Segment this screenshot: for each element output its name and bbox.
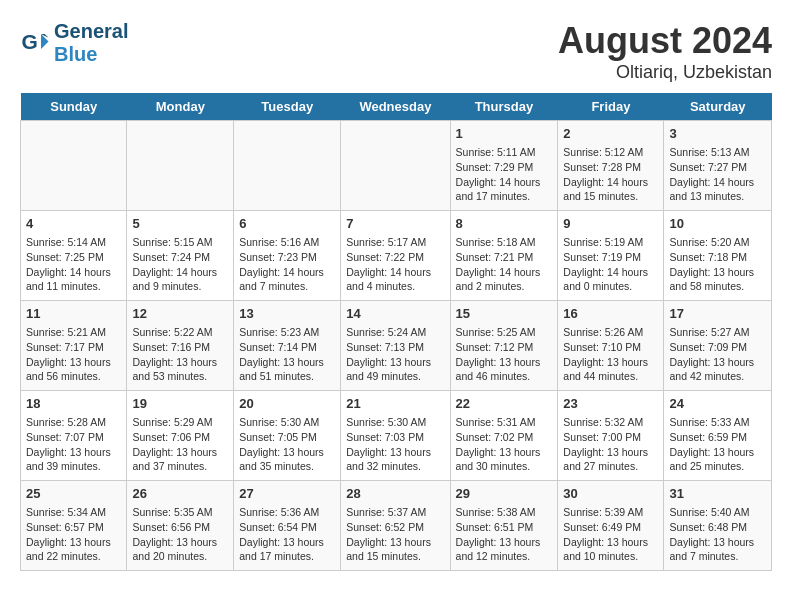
day-content: Sunrise: 5:14 AM Sunset: 7:25 PM Dayligh… xyxy=(26,235,121,294)
day-number: 17 xyxy=(669,305,766,323)
day-content: Sunrise: 5:11 AM Sunset: 7:29 PM Dayligh… xyxy=(456,145,553,204)
weekday-header: Wednesday xyxy=(341,93,450,121)
day-number: 31 xyxy=(669,485,766,503)
day-number: 30 xyxy=(563,485,658,503)
day-content: Sunrise: 5:26 AM Sunset: 7:10 PM Dayligh… xyxy=(563,325,658,384)
calendar-cell xyxy=(21,121,127,211)
calendar-cell: 15Sunrise: 5:25 AM Sunset: 7:12 PM Dayli… xyxy=(450,301,558,391)
calendar-cell: 4Sunrise: 5:14 AM Sunset: 7:25 PM Daylig… xyxy=(21,211,127,301)
day-content: Sunrise: 5:22 AM Sunset: 7:16 PM Dayligh… xyxy=(132,325,228,384)
calendar-cell: 2Sunrise: 5:12 AM Sunset: 7:28 PM Daylig… xyxy=(558,121,664,211)
day-number: 10 xyxy=(669,215,766,233)
calendar-cell: 27Sunrise: 5:36 AM Sunset: 6:54 PM Dayli… xyxy=(234,481,341,571)
calendar-cell: 7Sunrise: 5:17 AM Sunset: 7:22 PM Daylig… xyxy=(341,211,450,301)
weekday-header: Friday xyxy=(558,93,664,121)
day-content: Sunrise: 5:37 AM Sunset: 6:52 PM Dayligh… xyxy=(346,505,444,564)
day-content: Sunrise: 5:31 AM Sunset: 7:02 PM Dayligh… xyxy=(456,415,553,474)
page-header: G General Blue August 2024 Oltiariq, Uzb… xyxy=(20,20,772,83)
weekday-header: Thursday xyxy=(450,93,558,121)
calendar-cell: 13Sunrise: 5:23 AM Sunset: 7:14 PM Dayli… xyxy=(234,301,341,391)
day-content: Sunrise: 5:28 AM Sunset: 7:07 PM Dayligh… xyxy=(26,415,121,474)
day-number: 6 xyxy=(239,215,335,233)
calendar-cell: 8Sunrise: 5:18 AM Sunset: 7:21 PM Daylig… xyxy=(450,211,558,301)
day-content: Sunrise: 5:29 AM Sunset: 7:06 PM Dayligh… xyxy=(132,415,228,474)
day-number: 21 xyxy=(346,395,444,413)
logo-text-line1: General xyxy=(54,20,128,43)
main-title: August 2024 xyxy=(558,20,772,62)
calendar-cell xyxy=(234,121,341,211)
day-content: Sunrise: 5:18 AM Sunset: 7:21 PM Dayligh… xyxy=(456,235,553,294)
day-number: 7 xyxy=(346,215,444,233)
day-number: 14 xyxy=(346,305,444,323)
day-number: 25 xyxy=(26,485,121,503)
calendar-cell: 25Sunrise: 5:34 AM Sunset: 6:57 PM Dayli… xyxy=(21,481,127,571)
day-content: Sunrise: 5:39 AM Sunset: 6:49 PM Dayligh… xyxy=(563,505,658,564)
calendar-cell: 28Sunrise: 5:37 AM Sunset: 6:52 PM Dayli… xyxy=(341,481,450,571)
day-number: 13 xyxy=(239,305,335,323)
calendar-cell: 21Sunrise: 5:30 AM Sunset: 7:03 PM Dayli… xyxy=(341,391,450,481)
svg-text:G: G xyxy=(22,30,38,53)
calendar-cell: 12Sunrise: 5:22 AM Sunset: 7:16 PM Dayli… xyxy=(127,301,234,391)
calendar-cell: 17Sunrise: 5:27 AM Sunset: 7:09 PM Dayli… xyxy=(664,301,772,391)
calendar-cell: 22Sunrise: 5:31 AM Sunset: 7:02 PM Dayli… xyxy=(450,391,558,481)
calendar-cell: 18Sunrise: 5:28 AM Sunset: 7:07 PM Dayli… xyxy=(21,391,127,481)
calendar-cell: 11Sunrise: 5:21 AM Sunset: 7:17 PM Dayli… xyxy=(21,301,127,391)
day-number: 20 xyxy=(239,395,335,413)
day-number: 9 xyxy=(563,215,658,233)
day-number: 4 xyxy=(26,215,121,233)
day-content: Sunrise: 5:38 AM Sunset: 6:51 PM Dayligh… xyxy=(456,505,553,564)
day-number: 8 xyxy=(456,215,553,233)
day-number: 29 xyxy=(456,485,553,503)
logo: G General Blue xyxy=(20,20,128,66)
day-number: 5 xyxy=(132,215,228,233)
calendar-cell: 14Sunrise: 5:24 AM Sunset: 7:13 PM Dayli… xyxy=(341,301,450,391)
day-content: Sunrise: 5:25 AM Sunset: 7:12 PM Dayligh… xyxy=(456,325,553,384)
day-number: 15 xyxy=(456,305,553,323)
weekday-header: Sunday xyxy=(21,93,127,121)
day-content: Sunrise: 5:33 AM Sunset: 6:59 PM Dayligh… xyxy=(669,415,766,474)
day-number: 3 xyxy=(669,125,766,143)
day-number: 12 xyxy=(132,305,228,323)
day-number: 27 xyxy=(239,485,335,503)
calendar-cell: 1Sunrise: 5:11 AM Sunset: 7:29 PM Daylig… xyxy=(450,121,558,211)
day-number: 19 xyxy=(132,395,228,413)
calendar-cell: 6Sunrise: 5:16 AM Sunset: 7:23 PM Daylig… xyxy=(234,211,341,301)
day-content: Sunrise: 5:21 AM Sunset: 7:17 PM Dayligh… xyxy=(26,325,121,384)
day-number: 16 xyxy=(563,305,658,323)
day-content: Sunrise: 5:20 AM Sunset: 7:18 PM Dayligh… xyxy=(669,235,766,294)
calendar-cell: 31Sunrise: 5:40 AM Sunset: 6:48 PM Dayli… xyxy=(664,481,772,571)
day-content: Sunrise: 5:30 AM Sunset: 7:03 PM Dayligh… xyxy=(346,415,444,474)
calendar-cell: 9Sunrise: 5:19 AM Sunset: 7:19 PM Daylig… xyxy=(558,211,664,301)
day-content: Sunrise: 5:13 AM Sunset: 7:27 PM Dayligh… xyxy=(669,145,766,204)
day-content: Sunrise: 5:12 AM Sunset: 7:28 PM Dayligh… xyxy=(563,145,658,204)
day-number: 28 xyxy=(346,485,444,503)
day-number: 2 xyxy=(563,125,658,143)
calendar-cell: 30Sunrise: 5:39 AM Sunset: 6:49 PM Dayli… xyxy=(558,481,664,571)
day-number: 18 xyxy=(26,395,121,413)
calendar-cell: 24Sunrise: 5:33 AM Sunset: 6:59 PM Dayli… xyxy=(664,391,772,481)
calendar-cell: 3Sunrise: 5:13 AM Sunset: 7:27 PM Daylig… xyxy=(664,121,772,211)
day-content: Sunrise: 5:23 AM Sunset: 7:14 PM Dayligh… xyxy=(239,325,335,384)
day-content: Sunrise: 5:36 AM Sunset: 6:54 PM Dayligh… xyxy=(239,505,335,564)
calendar-cell: 16Sunrise: 5:26 AM Sunset: 7:10 PM Dayli… xyxy=(558,301,664,391)
day-number: 26 xyxy=(132,485,228,503)
calendar-cell: 19Sunrise: 5:29 AM Sunset: 7:06 PM Dayli… xyxy=(127,391,234,481)
day-content: Sunrise: 5:35 AM Sunset: 6:56 PM Dayligh… xyxy=(132,505,228,564)
day-content: Sunrise: 5:32 AM Sunset: 7:00 PM Dayligh… xyxy=(563,415,658,474)
title-block: August 2024 Oltiariq, Uzbekistan xyxy=(558,20,772,83)
calendar-cell xyxy=(127,121,234,211)
calendar-cell: 10Sunrise: 5:20 AM Sunset: 7:18 PM Dayli… xyxy=(664,211,772,301)
calendar-cell: 23Sunrise: 5:32 AM Sunset: 7:00 PM Dayli… xyxy=(558,391,664,481)
svg-marker-1 xyxy=(41,34,49,49)
logo-text-line2: Blue xyxy=(54,43,128,66)
day-number: 11 xyxy=(26,305,121,323)
logo-icon: G xyxy=(20,28,50,58)
calendar-table: SundayMondayTuesdayWednesdayThursdayFrid… xyxy=(20,93,772,571)
calendar-cell: 29Sunrise: 5:38 AM Sunset: 6:51 PM Dayli… xyxy=(450,481,558,571)
day-content: Sunrise: 5:24 AM Sunset: 7:13 PM Dayligh… xyxy=(346,325,444,384)
day-content: Sunrise: 5:27 AM Sunset: 7:09 PM Dayligh… xyxy=(669,325,766,384)
day-content: Sunrise: 5:15 AM Sunset: 7:24 PM Dayligh… xyxy=(132,235,228,294)
day-number: 24 xyxy=(669,395,766,413)
subtitle: Oltiariq, Uzbekistan xyxy=(558,62,772,83)
day-content: Sunrise: 5:16 AM Sunset: 7:23 PM Dayligh… xyxy=(239,235,335,294)
